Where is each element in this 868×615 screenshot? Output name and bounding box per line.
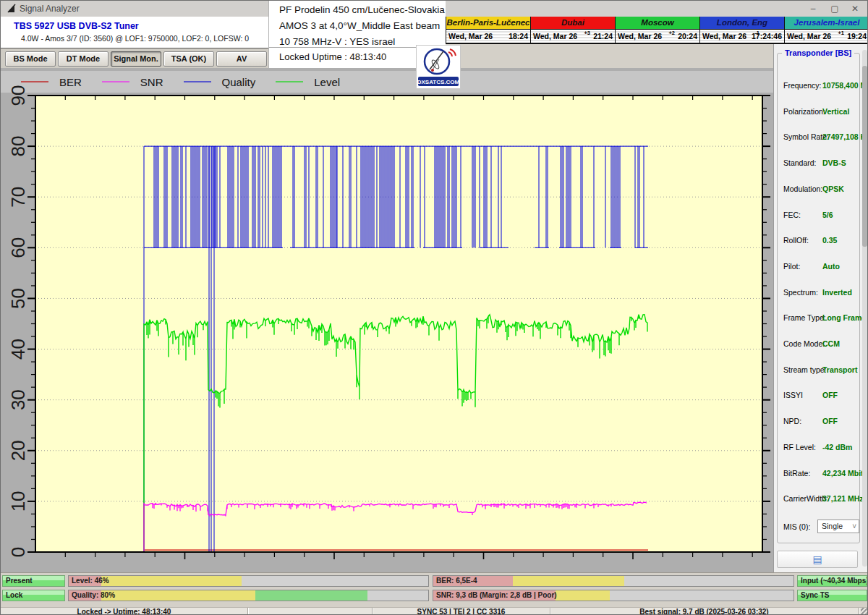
sidebar-scrollbar[interactable] [862, 50, 867, 567]
param-value: CCM [822, 339, 840, 348]
app-icon [7, 4, 17, 17]
clock-date: Wed, Mar 26 [533, 32, 577, 41]
param-label: Modulation: [783, 184, 822, 193]
status-segment: Best signal: 9,7 dB (2025-03-26 03:32) [550, 608, 859, 615]
tab-signal-mon-[interactable]: Signal Mon. [111, 51, 161, 67]
tab-tsa-ok-[interactable]: TSA (OK) [163, 51, 214, 67]
param-value: Transport [822, 365, 857, 374]
param-value: OFF [822, 391, 838, 399]
indicator-label: Input (~40,34 Mbps) [801, 577, 867, 585]
transponder-groupbox: Transponder [BS] Frequency:10758,400 MHz… [777, 53, 860, 543]
window-title: Signal Analyzer [20, 4, 80, 14]
param-label: Standard: [783, 158, 817, 167]
param-value: Vertical [822, 107, 849, 116]
indicator-lock: Lock [2, 590, 65, 601]
clock-time-row: Wed, Mar 26+119:24 [785, 30, 868, 43]
svg-text:90: 90 [7, 85, 29, 106]
clock-moscow: MoscowWed, Mar 26+220:24 [615, 17, 699, 43]
clock-time-row: Wed, Mar 26+220:24 [616, 30, 699, 43]
svg-text:20: 20 [7, 440, 29, 461]
gauge-label: Level: 46% [72, 577, 109, 585]
close-button[interactable]: ✕ [846, 2, 864, 15]
param-value: 10758,400 MHz [822, 81, 868, 90]
clock-date: Wed, Mar 26 [618, 32, 662, 41]
status-bar: Locked -> Uptime: 48:13:40SYNC 53 | TEI … [1, 607, 868, 615]
indicator-label: Lock [6, 591, 22, 599]
svg-text:0: 0 [7, 547, 29, 557]
param-label: Polarization: [783, 107, 825, 116]
tab-bs-mode[interactable]: BS Mode [5, 51, 56, 67]
param-label: BitRate: [783, 469, 810, 478]
transponder-detail-button[interactable]: ▤ [777, 551, 858, 568]
param-value: 37,121 MHz [822, 494, 864, 503]
param-value: 27497,108 KS/s [822, 132, 868, 141]
clock-city: Moscow [616, 17, 699, 30]
param-label: Frequency: [783, 81, 822, 90]
clock-london-eng: London, EngWed, Mar 26-117:24:46 [699, 17, 784, 43]
param-value: 42,234 Mbit/s [822, 469, 868, 478]
param-label: Frame Type: [783, 313, 826, 322]
param-label: Code Mode: [783, 339, 825, 348]
plot-area [35, 96, 762, 552]
clock-city: Jerusalem-Israel [785, 17, 868, 30]
gauge-snr: SNR: 9,3 dB (Margin: 2,8 dB | Poor) [433, 590, 794, 601]
param-label: RF Level: [783, 443, 816, 451]
clock-date: Wed, Mar 26 [702, 32, 746, 41]
status-segment: SYNC 53 | TEI 2 | CC 3316 [373, 608, 550, 615]
dxsatcs-logo: DXSATCS.COM [416, 45, 461, 89]
signal-plot: 0102030405060708090 [1, 68, 773, 572]
param-label: Stream type: [783, 365, 827, 374]
svg-text:50: 50 [7, 288, 29, 309]
gauge-label: BER: 6,5E-4 [436, 577, 477, 585]
indicator-sync-ts: Sync TS [797, 590, 867, 601]
param-label: CarrierWidth: [783, 494, 828, 503]
clock-dubai: DubaiWed, Mar 26+321:24 [530, 17, 615, 43]
svg-text:70: 70 [7, 187, 29, 208]
param-value: -42 dBm [822, 443, 852, 451]
mis-dropdown[interactable]: Single ˅ [817, 519, 859, 533]
signal-analyzer-window: Signal Analyzer – ▢ ✕ TBS 5927 USB DVB-S… [0, 0, 868, 615]
clock-time-row: Wed, Mar 2618:24 [446, 30, 530, 43]
status-segment: Locked -> Uptime: 48:13:40 [1, 608, 248, 615]
clock-time-value: 18:24 [509, 32, 528, 41]
param-value: 5/6 [822, 211, 833, 219]
table-icon: ▤ [812, 554, 822, 565]
indicator-present: Present [2, 575, 65, 587]
param-label: NPD: [783, 417, 801, 425]
gauge-segment-yellow [513, 576, 624, 586]
mis-selected-value: Single [822, 522, 843, 530]
clock-berlin-paris-lu-enec: Berlin-Paris-LučenecWed, Mar 2618:24 [446, 17, 530, 43]
minimize-button[interactable]: – [804, 2, 822, 15]
clock-time-value: 17:24:46 [752, 32, 782, 41]
indicator-label: Present [6, 577, 33, 585]
svg-text:10: 10 [7, 491, 29, 512]
clock-time-value: 20:24 [678, 32, 697, 41]
maximize-button[interactable]: ▢ [825, 2, 844, 15]
clock-city: Dubai [531, 17, 615, 30]
param-label: FEC: [783, 211, 801, 219]
param-label: ISSYI [783, 391, 803, 399]
tab-av-stopped-[interactable]: AV (Stopped) [216, 51, 267, 67]
clock-city: London, Eng [700, 17, 784, 30]
param-label: Pilot: [783, 262, 800, 271]
clock-utc-offset: +1 [838, 30, 844, 36]
param-value: Long Frame [822, 313, 866, 322]
clock-utc-offset: +2 [668, 30, 675, 36]
y-axis-labels: 0102030405060708090 [7, 85, 29, 558]
gauge-ber: BER: 6,5E-4 [433, 575, 794, 587]
param-label: RollOff: [783, 236, 809, 245]
scrollbar-thumb[interactable] [862, 66, 867, 247]
resize-grip-icon[interactable] [861, 608, 868, 615]
svg-text:80: 80 [7, 136, 29, 157]
param-value: OFF [822, 417, 838, 425]
signal-chart-panel: BERSNRQualityLevel 0102030405060708090 [1, 68, 773, 572]
gauge-quality: Quality: 80% [68, 590, 429, 601]
mis-label: MIS (0): [783, 522, 810, 531]
indicator-label: Sync TS [801, 591, 829, 599]
tuner-subtitle: 4.0W - Amos 3/7 (ID: 3560) @ LOF1: 97500… [21, 34, 249, 43]
world-clocks: Berlin-Paris-LučenecWed, Mar 2618:24Duba… [446, 17, 868, 44]
tab-dt-mode[interactable]: DT Mode [58, 51, 109, 67]
gauge-level: Level: 46% [68, 575, 429, 587]
clock-utc-offset: +3 [584, 30, 590, 36]
param-value: Inverted [822, 288, 852, 297]
